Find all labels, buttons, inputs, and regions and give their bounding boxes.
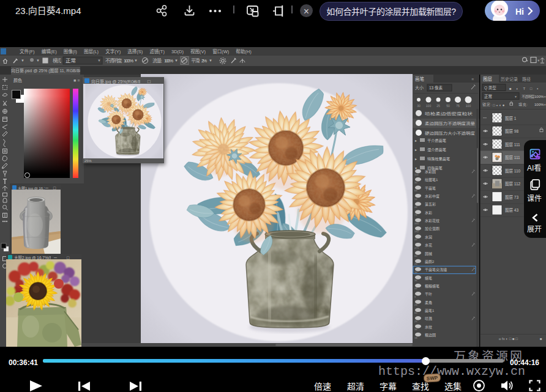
svg-text:历史记录: 历史记录 xyxy=(501,76,518,82)
svg-text:图层 111: 图层 111 xyxy=(505,141,520,147)
svg-text:25: 25 xyxy=(414,319,417,323)
svg-text:100%: 100% xyxy=(534,94,544,99)
svg-text:18: 18 xyxy=(414,336,417,339)
svg-text:模式:: 模式: xyxy=(53,57,61,64)
svg-text:干画笔: 干画笔 xyxy=(425,185,436,191)
svg-text:绘图笔1: 绘图笔1 xyxy=(425,177,438,182)
svg-text:▼: ▼ xyxy=(414,166,417,170)
svg-text:喷枪柔边低密度粒状: 喷枪柔边低密度粒状 xyxy=(425,111,473,116)
svg-text:▼: ▼ xyxy=(544,103,546,106)
svg-text:粗糙蜡笔: 粗糙蜡笔 xyxy=(425,283,439,289)
svg-text:水润: 水润 xyxy=(425,234,432,240)
svg-text:114: 114 xyxy=(414,172,419,176)
svg-text:画笔1: 画笔1 xyxy=(425,308,435,313)
svg-text:►: ► xyxy=(414,147,417,152)
svg-text:圆械: 圆械 xyxy=(425,251,432,256)
svg-text:390: 390 xyxy=(414,221,419,225)
svg-text:填充:: 填充: xyxy=(518,102,528,107)
svg-text:□ + ◐ ●: □ + ◐ ● xyxy=(493,102,505,108)
svg-text:▼: ▼ xyxy=(21,57,24,63)
svg-text:加仑混刷: 加仑混刷 xyxy=(425,226,439,231)
svg-text:水彩圆: 水彩圆 xyxy=(425,169,436,174)
svg-text:图层 1: 图层 1 xyxy=(505,115,517,121)
svg-text:20: 20 xyxy=(414,262,417,265)
svg-text:▼: ▼ xyxy=(544,95,546,98)
svg-text:2%: 2% xyxy=(201,57,207,64)
svg-text:干画笔尖浅描: 干画笔尖浅描 xyxy=(425,267,447,272)
svg-text:锁定:: 锁定: xyxy=(482,102,492,107)
svg-text:o fx ◐ □ ■ □: o fx ◐ □ ■ □ xyxy=(499,336,518,341)
svg-text:柔边圆压力不透明度流量: 柔边圆压力不透明度流量 xyxy=(425,120,475,126)
svg-text:36: 36 xyxy=(414,278,417,282)
svg-text:36: 36 xyxy=(414,327,417,331)
svg-text:路径: 路径 xyxy=(522,76,531,82)
svg-text:硬边圆压力大小不透明度: 硬边圆压力大小不透明度 xyxy=(425,130,475,136)
svg-text:水花: 水花 xyxy=(425,242,432,248)
svg-text:特殊效果画笔: 特殊效果画笔 xyxy=(427,156,450,161)
svg-text:图层 43: 图层 43 xyxy=(505,207,518,213)
svg-text:蜡笔: 蜡笔 xyxy=(425,275,432,281)
svg-text:192: 192 xyxy=(414,229,419,233)
svg-text:39: 39 xyxy=(414,270,417,274)
svg-text:30: 30 xyxy=(417,103,421,108)
svg-text:Q 类型: Q 类型 xyxy=(484,84,496,91)
svg-text:正常: 正常 xyxy=(484,93,492,99)
svg-text:▼: ▼ xyxy=(134,57,138,63)
svg-text:71: 71 xyxy=(414,213,417,216)
svg-text:100: 100 xyxy=(426,103,432,108)
svg-text:水彩花纹: 水彩花纹 xyxy=(425,218,439,223)
svg-text:▼: ▼ xyxy=(537,58,540,63)
svg-text:▼: ▼ xyxy=(514,94,517,98)
svg-text:63: 63 xyxy=(414,188,417,192)
svg-text:图层 98: 图层 98 xyxy=(505,128,518,134)
svg-text:14: 14 xyxy=(414,197,417,201)
svg-text:100%: 100% xyxy=(534,102,544,107)
svg-text:100: 100 xyxy=(466,103,471,108)
svg-text:▼: ▼ xyxy=(209,57,212,63)
svg-text:75: 75 xyxy=(456,103,460,108)
svg-text:≡: ≡ xyxy=(471,76,474,82)
svg-text:水纹: 水纹 xyxy=(425,324,432,330)
svg-text:图层 111: 图层 111 xyxy=(505,154,520,160)
svg-text:画刷2: 画刷2 xyxy=(425,259,435,264)
svg-text:44: 44 xyxy=(414,286,417,290)
svg-text:►: ► xyxy=(414,138,417,142)
svg-text:50: 50 xyxy=(446,103,450,108)
svg-text:图层 110: 图层 110 xyxy=(505,168,521,174)
svg-text:水彩中度: 水彩中度 xyxy=(425,193,439,199)
svg-text:44: 44 xyxy=(414,205,417,209)
svg-text:60: 60 xyxy=(414,254,417,257)
svg-text:图层 73: 图层 73 xyxy=(505,194,518,200)
svg-text:粗边圆: 粗边圆 xyxy=(425,332,436,338)
svg-text:30: 30 xyxy=(414,180,417,184)
svg-text:正常: 正常 xyxy=(65,56,76,64)
svg-text:▼: ▼ xyxy=(174,57,178,63)
svg-text:干介质画笔: 干介质画笔 xyxy=(427,138,446,143)
svg-text:水彩: 水彩 xyxy=(425,210,432,215)
svg-text:喷溅: 喷溅 xyxy=(425,316,432,321)
svg-text:流量:: 流量: xyxy=(152,57,162,64)
svg-text:画笔: 画笔 xyxy=(415,75,424,82)
svg-text:▼: ▼ xyxy=(36,57,40,63)
svg-text:第五彩: 第五彩 xyxy=(425,201,436,207)
svg-text:湿介质画笔: 湿介质画笔 xyxy=(427,147,446,152)
svg-text:23: 23 xyxy=(414,303,417,306)
svg-text:平滑:: 平滑: xyxy=(191,57,200,64)
svg-text:■: ■ xyxy=(540,336,542,341)
svg-text:►: ► xyxy=(414,157,417,161)
svg-text:60: 60 xyxy=(414,311,417,314)
svg-text:不透明度:: 不透明度: xyxy=(522,94,535,99)
svg-text:100%: 100% xyxy=(164,57,173,64)
svg-text:13 像素: 13 像素 xyxy=(429,84,443,91)
svg-text:471: 471 xyxy=(414,246,419,250)
svg-text:图层: 图层 xyxy=(483,75,492,82)
svg-text:干叶: 干叶 xyxy=(425,291,432,297)
svg-text:图层 112: 图层 112 xyxy=(505,180,521,187)
svg-text:■ ◐ T □ ▪: ■ ◐ T □ ▪ xyxy=(509,86,540,91)
svg-text:不透明度:: 不透明度: xyxy=(105,57,122,64)
svg-text:25: 25 xyxy=(436,103,440,108)
svg-text:100%: 100% xyxy=(124,57,133,64)
svg-text:9: 9 xyxy=(414,295,416,298)
svg-text:大小: 大小 xyxy=(415,84,424,91)
svg-text:▼: ▼ xyxy=(97,57,101,63)
